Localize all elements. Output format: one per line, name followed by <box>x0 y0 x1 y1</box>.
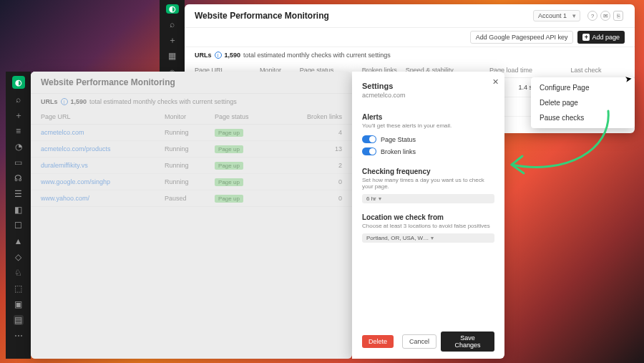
nav-icon[interactable]: ☐ <box>14 221 24 231</box>
urls-table-front: Page URL Monitor Page status Broken link… <box>31 110 352 207</box>
loc-select[interactable]: Portland, OR, USA, W…▾ <box>362 233 494 243</box>
freq-desc: Set how many times a day you want us to … <box>362 177 494 190</box>
search-icon[interactable]: ⌕ <box>14 95 24 105</box>
page-url-link[interactable]: www.yahoo.com/ <box>41 195 89 202</box>
table-row[interactable]: acmetelco.comRunningPage up4 <box>31 125 352 141</box>
toggle-broken-links[interactable]: Broken links <box>362 147 494 155</box>
col-page-status: Page status <box>210 110 276 125</box>
app-logo: ◐ <box>12 76 25 89</box>
page-title: Website Performance Monitoring <box>41 77 342 87</box>
urls-summary: URLs i 1,590 total estimated monthly che… <box>185 47 635 63</box>
nav-icon[interactable]: ⬚ <box>14 284 24 294</box>
toggle-icon[interactable] <box>362 147 376 155</box>
add-icon[interactable]: ＋ <box>167 35 177 45</box>
loc-desc: Choose at least 3 locations to avoid fal… <box>362 223 494 229</box>
page-title: Website Performance Monitoring <box>195 11 533 21</box>
nav-icon[interactable]: ☊ <box>14 173 24 183</box>
freq-select[interactable]: 6 hr▾ <box>362 194 494 203</box>
nav-monitoring-icon[interactable]: ▤ <box>14 315 24 325</box>
freq-heading: Checking frequency <box>362 168 494 175</box>
nav-icon[interactable]: ◧ <box>14 205 24 215</box>
settings-modal: ✕ Settings acmetelco.com Alerts You'll g… <box>352 72 504 359</box>
page-url-link[interactable]: acmetelco.com <box>41 129 84 136</box>
nav-icon[interactable]: ▲ <box>14 236 24 246</box>
add-page-button[interactable]: +Add page <box>577 31 625 44</box>
account-selector[interactable]: Account 1 <box>533 10 580 21</box>
search-icon[interactable]: ⌕ <box>167 19 177 29</box>
modal-url: acmetelco.com <box>362 92 494 99</box>
sidebar-back: ◐ ⌕ ＋ ▦ ⌾ <box>160 0 185 72</box>
save-button[interactable]: Save Changes <box>441 331 494 352</box>
nav-icon[interactable]: ◇ <box>14 252 24 262</box>
nav-icon[interactable]: ▣ <box>14 299 24 309</box>
plus-icon: + <box>582 34 590 41</box>
close-icon[interactable]: ✕ <box>492 77 499 87</box>
col-monitor: Monitor <box>160 110 210 125</box>
link-icon[interactable]: ⎘ <box>613 11 623 21</box>
nav-icon[interactable]: ◔ <box>14 142 24 152</box>
nav-icon[interactable]: ≡ <box>14 126 24 136</box>
cancel-button[interactable]: Cancel <box>402 334 436 349</box>
nav-icon[interactable]: ▭ <box>14 158 24 168</box>
loc-heading: Location we check from <box>362 213 494 221</box>
col-page-url: Page URL <box>31 110 160 125</box>
page-url-link[interactable]: acmetelco.com/products <box>41 145 111 153</box>
add-api-key-button[interactable]: Add Google Pagespeed API key <box>470 31 574 44</box>
mail-icon[interactable]: ✉ <box>600 11 610 21</box>
alerts-heading: Alerts <box>362 113 494 121</box>
ctx-configure-page[interactable]: Configure Page <box>531 80 635 95</box>
status-badge: Page up <box>215 195 243 203</box>
info-icon[interactable]: i <box>61 98 68 105</box>
toggle-page-status[interactable]: Page Status <box>362 135 494 143</box>
nav-icon[interactable]: ⋯ <box>14 331 24 341</box>
grid-icon[interactable]: ▦ <box>167 51 177 61</box>
urls-summary: URLs i 1,590 total estimated monthly che… <box>31 94 352 110</box>
info-icon[interactable]: i <box>215 52 222 59</box>
col-last: Last check <box>537 63 605 78</box>
col-broken-links: Broken links <box>276 110 352 125</box>
table-row[interactable]: www.yahoo.com/PausedPage up0 <box>31 190 352 207</box>
status-badge: Page up <box>215 178 243 186</box>
status-badge: Page up <box>215 162 243 170</box>
nav-icon[interactable]: ☰ <box>14 189 24 199</box>
page-url-link[interactable]: duralemiffikity.vs <box>41 162 88 169</box>
delete-button[interactable]: Delete <box>362 335 394 348</box>
add-icon[interactable]: ＋ <box>14 110 24 120</box>
page-url-link[interactable]: www.google.com/singhp <box>41 178 110 185</box>
modal-title: Settings <box>362 82 494 90</box>
help-icon[interactable]: ? <box>587 11 597 21</box>
nav-icon[interactable]: ♘ <box>14 268 24 278</box>
table-row[interactable]: acmetelco.com/productsRunningPage up13 <box>31 141 352 158</box>
front-window: Website Performance Monitoring URLs i 1,… <box>31 72 352 359</box>
context-menu: Configure Page Delete page Pause checks <box>531 77 635 128</box>
table-row[interactable]: www.google.com/singhpRunningPage up0 <box>31 174 352 190</box>
status-badge: Page up <box>215 145 243 153</box>
ctx-pause-checks[interactable]: Pause checks <box>531 110 635 125</box>
toggle-icon[interactable] <box>362 135 376 143</box>
sidebar-front: ◐ ⌕ ＋ ≡ ◔ ▭ ☊ ☰ ◧ ☐ ▲ ◇ ♘ ⬚ ▣ ▤ ⋯ <box>6 72 31 359</box>
ctx-delete-page[interactable]: Delete page <box>531 95 635 110</box>
status-badge: Page up <box>215 129 243 137</box>
app-logo: ◐ <box>166 4 179 14</box>
alerts-desc: You'll get these alerts in your email. <box>362 122 494 129</box>
table-row[interactable]: duralemiffikity.vsRunningPage up2 <box>31 158 352 174</box>
